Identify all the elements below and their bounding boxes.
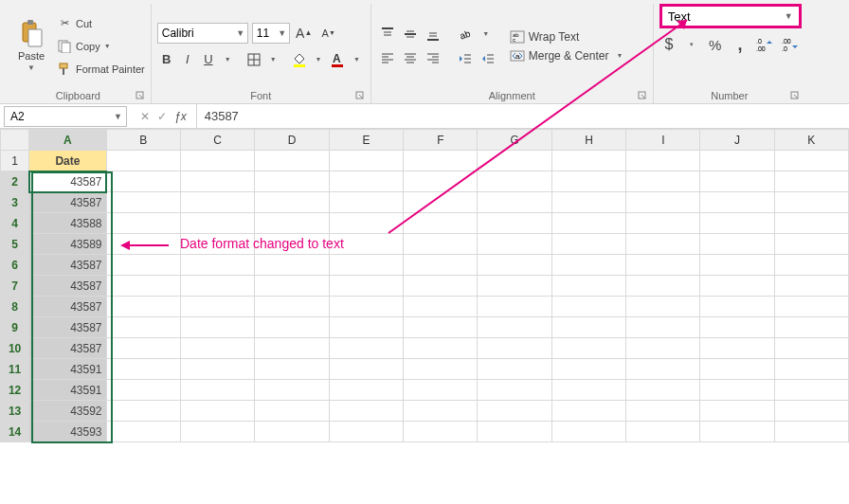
copy-button[interactable]: Copy ▼ [57,36,145,57]
cell[interactable] [106,422,180,442]
cell[interactable] [774,338,848,359]
decrease-indent-button[interactable] [455,48,476,69]
cell[interactable] [774,151,848,171]
row-header[interactable]: 10 [1,338,29,359]
cell[interactable] [106,171,180,192]
cell[interactable] [180,171,254,192]
row-header[interactable]: 14 [1,422,29,442]
cell[interactable] [329,255,403,276]
cell[interactable] [774,422,848,442]
cell[interactable] [404,171,478,192]
cell[interactable] [478,213,552,234]
cell[interactable] [551,255,625,276]
align-bottom-button[interactable] [423,24,443,45]
align-right-button[interactable] [423,48,443,69]
cell[interactable]: 43592 [29,401,106,422]
cell[interactable] [329,171,403,192]
insert-function-button[interactable]: ƒx [174,110,187,123]
cell[interactable] [774,171,848,192]
percent-format-button[interactable]: % [706,34,725,55]
cell[interactable] [478,401,552,422]
cell[interactable] [106,276,180,297]
cell[interactable] [255,338,329,359]
cell[interactable]: 43591 [29,380,106,401]
cell[interactable] [774,234,848,255]
cell[interactable] [255,276,329,297]
formula-input[interactable]: 43587 [196,104,849,128]
cell[interactable]: 43593 [29,422,106,442]
cell[interactable]: 43587 [29,317,106,338]
cell[interactable] [180,317,254,338]
cell[interactable] [774,380,848,401]
cell[interactable] [329,338,403,359]
dialog-launcher-icon[interactable] [790,91,800,100]
column-header[interactable]: H [551,130,625,151]
column-header[interactable]: I [626,130,700,151]
cell[interactable] [626,213,700,234]
cell[interactable] [551,213,625,234]
column-header[interactable]: K [774,130,848,151]
chevron-down-icon[interactable]: ▼ [265,49,280,70]
column-header[interactable]: D [255,130,329,151]
name-box[interactable]: ▼ [4,106,127,127]
cell[interactable] [700,359,774,380]
row-header[interactable]: 5 [1,234,29,255]
dialog-launcher-icon[interactable] [355,91,365,100]
cell[interactable] [626,422,700,442]
paste-button[interactable]: Paste ▼ [11,4,51,88]
cell[interactable] [700,213,774,234]
align-left-button[interactable] [377,48,398,69]
cell[interactable] [404,213,478,234]
decrease-font-button[interactable]: A▼ [318,23,339,44]
cell[interactable] [106,401,180,422]
orientation-button[interactable]: ab [455,24,476,45]
cell[interactable] [180,422,254,442]
cell[interactable] [404,380,478,401]
cell[interactable] [106,338,180,359]
bold-button[interactable]: B [157,49,176,70]
row-header[interactable]: 3 [1,192,29,213]
cell[interactable] [180,380,254,401]
chevron-down-icon[interactable]: ▾ [684,34,700,55]
chevron-down-icon[interactable]: ▼ [311,49,326,70]
cell[interactable] [106,255,180,276]
align-center-button[interactable] [400,48,421,69]
cell[interactable] [478,171,552,192]
cell[interactable] [478,234,552,255]
cell[interactable] [774,276,848,297]
row-header[interactable]: 4 [1,213,29,234]
cell[interactable] [626,401,700,422]
cell[interactable] [106,297,180,317]
column-header[interactable]: E [329,130,403,151]
dialog-launcher-icon[interactable] [135,91,145,100]
align-middle-button[interactable] [400,24,421,45]
cell[interactable] [106,151,180,171]
cell[interactable]: 43587 [29,192,106,213]
number-format-combo[interactable]: ▼ [659,4,802,28]
increase-indent-button[interactable] [478,48,498,69]
row-header[interactable]: 1 [1,151,29,171]
cell[interactable] [774,359,848,380]
chevron-down-icon[interactable]: ▼ [220,49,235,70]
italic-button[interactable]: I [178,49,197,70]
cell[interactable] [329,317,403,338]
chevron-down-icon[interactable]: ▼ [114,112,126,121]
cell[interactable] [404,276,478,297]
cell[interactable] [404,297,478,317]
column-header[interactable]: A [29,130,106,151]
cell[interactable] [551,192,625,213]
cell[interactable]: 43588 [29,213,106,234]
cell[interactable] [255,422,329,442]
cell[interactable] [255,192,329,213]
cell[interactable]: 43587 [29,255,106,276]
chevron-down-icon[interactable]: ▼ [276,28,289,38]
cell[interactable] [626,192,700,213]
cell[interactable] [255,297,329,317]
cell[interactable] [626,234,700,255]
cell[interactable] [700,317,774,338]
fill-color-button[interactable] [290,49,309,70]
cell[interactable] [774,213,848,234]
font-color-button[interactable]: A [328,49,347,70]
increase-font-button[interactable]: A▲ [294,23,315,44]
cell[interactable] [700,276,774,297]
